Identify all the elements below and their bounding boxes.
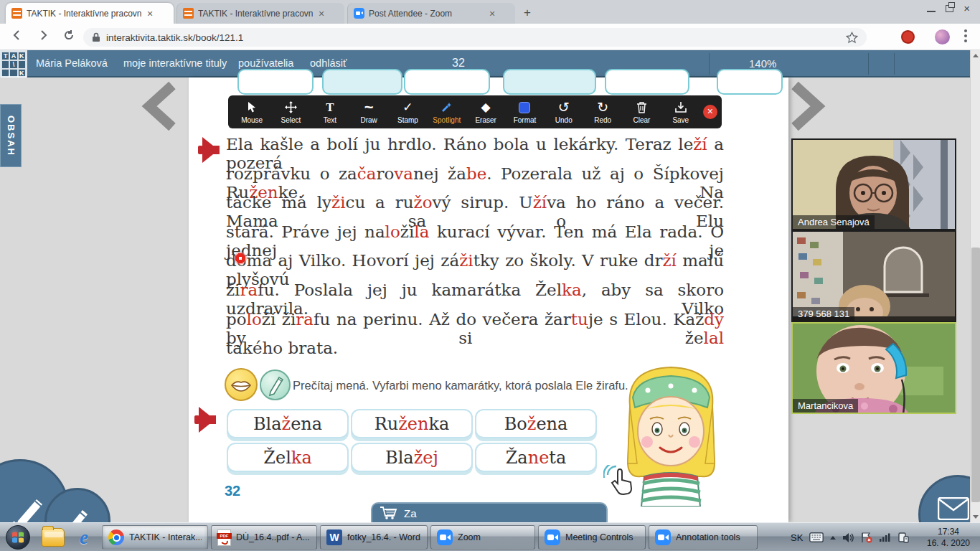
trash-icon	[636, 100, 647, 115]
answer-box-peek[interactable]	[237, 69, 314, 95]
start-button[interactable]	[6, 525, 30, 550]
writing-pencil-icon	[260, 369, 291, 400]
anno-redo[interactable]: ↻ Redo	[583, 95, 622, 128]
anno-mouse[interactable]: Mouse	[232, 95, 271, 128]
audio-speaker-icon[interactable]	[194, 406, 217, 436]
move-icon	[285, 100, 297, 115]
anno-eraser[interactable]: ◆ Eraser	[466, 95, 505, 128]
anno-clear[interactable]: Clear	[622, 95, 661, 128]
eraser-diamond-icon: ◆	[481, 100, 491, 115]
internet-explorer-button[interactable]: e	[73, 527, 95, 548]
anno-undo[interactable]: ↺ Undo	[545, 95, 583, 128]
forward-button[interactable]	[34, 29, 52, 46]
taskbar-pdf-button[interactable]: PDF DÚ_16.4..pdf - A...	[211, 525, 317, 550]
browser-scrollbar[interactable]	[970, 50, 980, 522]
taskbar-annotation-tools-button[interactable]: Annotation tools	[649, 525, 758, 550]
name-option-button[interactable]: Božena	[475, 409, 597, 438]
format-color-icon	[519, 100, 530, 115]
obsah-tab[interactable]: OBSAH	[0, 104, 22, 167]
name-option-button[interactable]: Žaneta	[475, 443, 597, 472]
pdf-icon: PDF	[217, 529, 231, 546]
scrollbar-thumb[interactable]	[971, 248, 980, 502]
next-page-chevron[interactable]	[789, 81, 829, 134]
exercise-instruction: Prečítaj mená. Vyfarbi meno kamarátky, k…	[293, 379, 628, 392]
reload-button[interactable]	[60, 29, 77, 46]
name-option-button[interactable]: Blažej	[351, 443, 473, 472]
show-hidden-icons-button[interactable]	[830, 536, 836, 540]
text-line: doma aj Vilko. Hovorí jej zážitky zo ško…	[226, 251, 724, 281]
scroll-down-button[interactable]	[971, 512, 980, 522]
tab-close-icon[interactable]: ×	[319, 9, 324, 19]
action-center-flag-icon[interactable]	[861, 532, 872, 543]
taktik-logo[interactable]: TAK\K	[0, 50, 27, 77]
new-tab-button[interactable]: +	[519, 6, 535, 20]
language-indicator[interactable]: SK	[791, 532, 803, 543]
safely-remove-icon[interactable]	[897, 532, 909, 543]
browser-tabstrip: TAKTIK - Interaktívne pracovné z × TAKTI…	[0, 0, 980, 24]
spotlight-wand-icon	[440, 100, 453, 115]
keyboard-icon[interactable]	[809, 532, 824, 542]
name-option-button[interactable]: Blažena	[227, 409, 349, 438]
name-option-button[interactable]: Želka	[227, 443, 349, 472]
browser-menu-icon[interactable]	[964, 29, 967, 32]
taskbar-word-button[interactable]: W fotky_16.4. - Word	[320, 525, 428, 550]
anno-spotlight[interactable]: Spotlight	[428, 95, 466, 128]
audio-speaker-icon[interactable]	[198, 136, 221, 166]
chrome-icon	[108, 529, 124, 545]
nav-user[interactable]: Mária Peláková	[36, 50, 108, 76]
taktik-favicon	[11, 8, 22, 19]
browser-tab-2[interactable]: TAKTIK - Interaktívne pracovné z ×	[176, 3, 344, 24]
text-line: tácke má lyžicu a ružový sirup. Užíva ho…	[226, 193, 724, 222]
extension-icon[interactable]	[901, 30, 915, 44]
profile-avatar[interactable]	[935, 29, 950, 44]
volume-icon[interactable]	[842, 532, 854, 543]
window-minimize-button[interactable]	[927, 5, 936, 12]
answer-box-peek[interactable]	[717, 69, 783, 95]
text-line: žirafu. Poslala jej ju kamarátka Želka, …	[226, 281, 724, 310]
window-restore-button[interactable]	[946, 5, 953, 12]
back-button[interactable]	[9, 29, 26, 46]
content-area: OBSAH Mouse	[0, 77, 980, 522]
text-line: položí žirafu na perinu. Až do večera ža…	[226, 310, 724, 339]
tab-close-icon[interactable]: ×	[489, 9, 495, 19]
taskbar-zoom-button[interactable]: Zoom	[430, 525, 535, 550]
annotation-close-button[interactable]: ×	[703, 105, 717, 119]
zoom-annotation-toolbar: Mouse Select T Text ~ Draw ✓ Stamp	[228, 95, 722, 128]
scroll-up-button[interactable]	[971, 50, 980, 61]
tab-title: Post Attendee - Zoom	[369, 9, 484, 19]
app-toolbar: TAK\K Mária Peláková moje interaktívne t…	[0, 50, 980, 77]
clock-date: 16. 4. 2020	[923, 537, 974, 549]
url-field[interactable]: interaktivita.taktik.sk/book/121.1	[83, 28, 867, 47]
cart-tab[interactable]: Za	[371, 502, 608, 522]
anno-save[interactable]: Save	[661, 95, 700, 128]
anno-select[interactable]: Select	[271, 95, 310, 128]
browser-tab-3[interactable]: Post Attendee - Zoom ×	[347, 3, 515, 24]
undo-icon: ↺	[558, 100, 570, 115]
taskbar-chrome-button[interactable]: TAKTIK - Interak...	[102, 525, 208, 550]
answer-box-peek[interactable]	[605, 69, 689, 95]
name-option-button[interactable]: Ruženka	[351, 409, 473, 438]
text-line: rozprávku o začarovanej žabe. Pozerala u…	[226, 164, 724, 194]
bookmark-star-icon[interactable]	[846, 32, 858, 44]
text-line: Ela kašle a bolí ju hrdlo. Ráno bola u l…	[226, 135, 724, 164]
anno-stamp[interactable]: ✓ Stamp	[388, 95, 427, 128]
window-close-button[interactable]: ×	[963, 5, 970, 12]
video-participant-2[interactable]: 379 568 131	[791, 230, 956, 322]
taskbar-meeting-controls-button[interactable]: Meeting Controls	[538, 525, 646, 550]
answer-box-peek[interactable]	[322, 69, 402, 95]
nav-my-titles[interactable]: moje interaktívne tituly	[123, 50, 227, 76]
browser-tab-1[interactable]: TAKTIK - Interaktívne pracovné z ×	[6, 3, 174, 24]
answer-box-peek[interactable]	[503, 69, 596, 95]
prev-page-chevron[interactable]	[138, 81, 178, 134]
video-participant-3[interactable]: Martancikova	[791, 322, 956, 414]
file-explorer-button[interactable]	[42, 528, 65, 547]
answer-box-peek[interactable]	[404, 69, 490, 95]
anno-text[interactable]: T Text	[311, 95, 349, 128]
browser-addressbar: interaktivita.taktik.sk/book/121.1	[0, 24, 980, 50]
tab-close-icon[interactable]: ×	[147, 9, 153, 19]
anno-draw[interactable]: ~ Draw	[349, 95, 388, 128]
anno-format[interactable]: Format	[505, 95, 544, 128]
video-participant-1[interactable]: Andrea Senajová	[791, 138, 956, 230]
taskbar-clock[interactable]: 17:34 16. 4. 2020	[923, 526, 974, 549]
network-signal-icon[interactable]	[879, 532, 891, 542]
